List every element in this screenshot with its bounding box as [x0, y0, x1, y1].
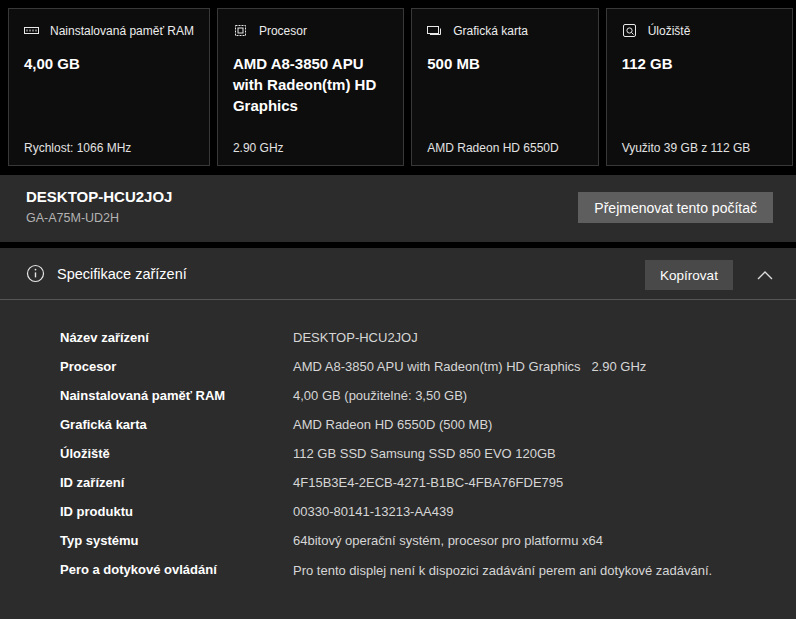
card-ram-footer: Rychlost: 1066 MHz	[24, 141, 131, 155]
card-processor: Procesor AMD A8-3850 APU with Radeon(tm)…	[217, 8, 404, 166]
spec-row: Nainstalovaná paměť RAM 4,00 GB (použite…	[60, 386, 770, 406]
spec-row: Procesor AMD A8-3850 APU with Radeon(tm)…	[60, 357, 770, 377]
storage-icon	[622, 23, 637, 38]
card-ram-value: 4,00 GB	[24, 53, 194, 74]
spec-row: Úložiště 112 GB SSD Samsung SSD 850 EVO …	[60, 444, 770, 464]
spec-label: Grafická karta	[60, 415, 293, 435]
spec-value: Pro tento displej není k dispozici zadáv…	[293, 560, 770, 581]
copy-button[interactable]: Kopírovat	[645, 260, 733, 290]
card-storage: Úložiště 112 GB Využito 39 GB z 112 GB	[606, 8, 793, 166]
card-processor-label: Procesor	[259, 24, 307, 38]
computer-model: GA-A75M-UD2H	[26, 211, 119, 225]
spec-value: 112 GB SSD Samsung SSD 850 EVO 120GB	[293, 444, 770, 464]
specs-table: Název zařízení DESKTOP-HCU2JOJ Procesor …	[0, 300, 796, 581]
memory-icon	[24, 23, 39, 38]
card-storage-label: Úložiště	[648, 24, 691, 38]
card-gpu-value: 500 MB	[427, 53, 582, 74]
spec-value: 00330-80141-13213-AA439	[293, 502, 770, 522]
card-gpu-footer: AMD Radeon HD 6550D	[427, 141, 558, 155]
card-processor-value: AMD A8-3850 APU with Radeon(tm) HD Graph…	[233, 53, 388, 116]
card-processor-footer: 2.90 GHz	[233, 141, 284, 155]
spec-row: ID produktu 00330-80141-13213-AA439	[60, 502, 770, 522]
spec-label: Typ systému	[60, 531, 293, 551]
card-storage-value: 112 GB	[622, 53, 777, 74]
gpu-icon	[427, 23, 442, 38]
rename-pc-button[interactable]: Přejmenovat tento počítač	[578, 192, 773, 223]
spec-label: ID produktu	[60, 502, 293, 522]
device-specifications-section: Specifikace zařízení Kopírovat Název zař…	[0, 248, 796, 619]
card-gpu-label: Grafická karta	[453, 24, 528, 38]
card-ram-label: Nainstalovaná paměť RAM	[50, 24, 194, 38]
spec-row: ID zařízení 4F15B3E4-2ECB-4271-B1BC-4FBA…	[60, 473, 770, 493]
computer-name-bar: DESKTOP-HCU2JOJ GA-A75M-UD2H Přejmenovat…	[0, 175, 796, 242]
card-ram: Nainstalovaná paměť RAM 4,00 GB Rychlost…	[8, 8, 210, 166]
card-gpu: Grafická karta 500 MB AMD Radeon HD 6550…	[411, 8, 598, 166]
spec-row: Pero a dotykové ovládání Pro tento displ…	[60, 560, 770, 581]
spec-label: Úložiště	[60, 444, 293, 464]
spec-row: Název zařízení DESKTOP-HCU2JOJ	[60, 328, 770, 348]
specs-title: Specifikace zařízení	[57, 266, 187, 282]
system-cards-row: Nainstalovaná paměť RAM 4,00 GB Rychlost…	[8, 8, 793, 166]
spec-value: DESKTOP-HCU2JOJ	[293, 328, 770, 348]
computer-name: DESKTOP-HCU2JOJ	[26, 188, 172, 205]
spec-row: Typ systému 64bitový operační systém, pr…	[60, 531, 770, 551]
specs-header: Specifikace zařízení Kopírovat	[0, 248, 796, 300]
spec-label: Pero a dotykové ovládání	[60, 560, 293, 581]
spec-value: 4F15B3E4-2ECB-4271-B1BC-4FBA76FDE795	[293, 473, 770, 493]
info-icon	[26, 264, 45, 283]
spec-label: Název zařízení	[60, 328, 293, 348]
spec-value: AMD Radeon HD 6550D (500 MB)	[293, 415, 770, 435]
cpu-icon	[233, 23, 248, 38]
collapse-toggle[interactable]	[749, 259, 781, 291]
card-storage-footer: Využito 39 GB z 112 GB	[622, 141, 751, 155]
spec-value: AMD A8-3850 APU with Radeon(tm) HD Graph…	[293, 357, 770, 377]
spec-label: Procesor	[60, 357, 293, 377]
spec-row: Grafická karta AMD Radeon HD 6550D (500 …	[60, 415, 770, 435]
chevron-up-icon	[756, 270, 774, 281]
spec-label: ID zařízení	[60, 473, 293, 493]
settings-about-page: Nainstalovaná paměť RAM 4,00 GB Rychlost…	[0, 0, 796, 619]
spec-value: 64bitový operační systém, procesor pro p…	[293, 531, 770, 551]
spec-value: 4,00 GB (použitelné: 3,50 GB)	[293, 386, 770, 406]
spec-label: Nainstalovaná paměť RAM	[60, 386, 293, 406]
